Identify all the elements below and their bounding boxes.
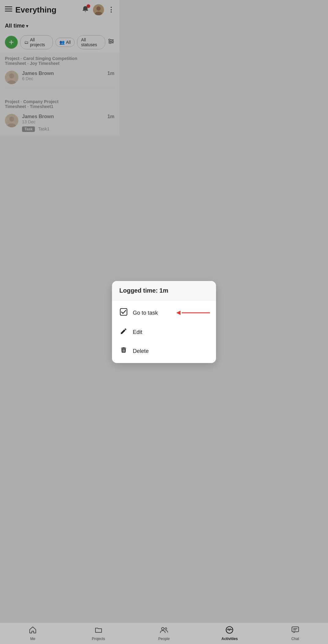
modal-overlay[interactable]: Logged time: 1m Go to task bbox=[0, 0, 119, 234]
